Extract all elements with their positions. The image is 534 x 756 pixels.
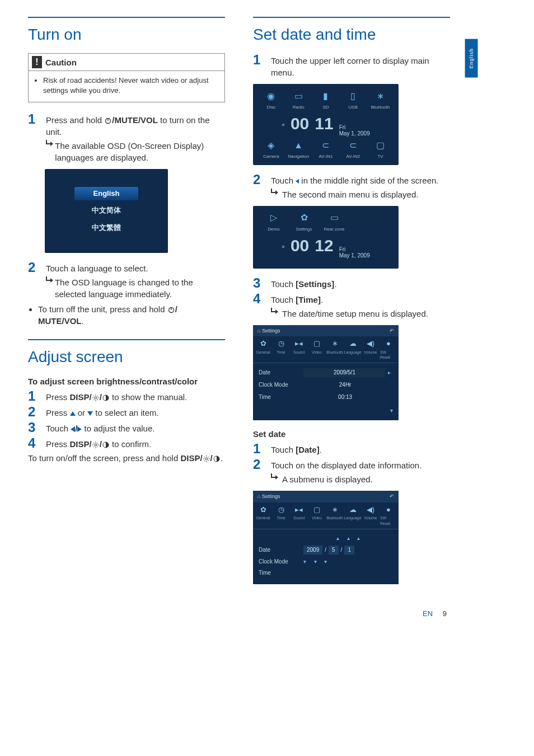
main-menu-figure-2: ▷Demo ✿Settings ▭Rear zone ° 00 12 Fri M… <box>253 206 399 269</box>
step-text: Press <box>46 392 70 402</box>
settings-row-date: Date 2009/ 5/ 1 <box>259 544 393 556</box>
svg-line-12 <box>97 396 98 397</box>
adjust-step-1: 1 Press DISP// to show the manual. <box>28 389 225 403</box>
menu-label: TV <box>377 153 383 159</box>
temp-indicator: ° <box>282 243 285 255</box>
menu-label: Settings <box>296 226 312 232</box>
caution-icon: ! <box>32 56 42 68</box>
adjust-tail: To turn on/off the screen, press and hol… <box>28 452 225 464</box>
svg-line-30 <box>208 460 209 461</box>
tab-reset: ●SW Reset <box>380 339 397 360</box>
svg-line-21 <box>93 446 95 447</box>
datetime-step-3: 3 Touch [Settings]. <box>253 276 450 290</box>
settings-row-clockmode: Clock Mode 24Hr <box>259 379 393 391</box>
menu-item: ∗Bluetooth <box>368 90 394 110</box>
step-text: to confirm. <box>110 439 151 449</box>
menu-item: ⊂AV-IN1 <box>313 139 339 159</box>
step-number: 2 <box>253 173 264 200</box>
menu-label: Rear zone <box>324 226 345 232</box>
step-text: Touch <box>271 279 296 289</box>
tab-label: Language <box>344 350 361 355</box>
step-number: 4 <box>253 292 264 320</box>
step-text-bold: /MUTE/VOL <box>112 115 158 125</box>
step-text: Touch a language to select. <box>46 264 148 273</box>
tab-time: ◷Time <box>273 505 289 527</box>
brightness-icon <box>92 395 99 401</box>
tab-general: ✿General <box>255 339 271 360</box>
svg-line-9 <box>93 396 95 397</box>
svg-line-11 <box>93 399 95 400</box>
sound-icon: ▸◂ <box>295 339 303 349</box>
result-arrow-icon <box>271 308 278 314</box>
down-arrow-icon <box>87 411 93 416</box>
step-text: . <box>334 279 336 289</box>
step-text: . <box>321 295 323 304</box>
clock-date: May 1, 2009 <box>339 130 370 137</box>
right-arrow-icon: ▸ <box>386 369 393 377</box>
clock-icon: ◷ <box>278 505 284 515</box>
tail-text: . <box>221 453 223 463</box>
tab-video: ▢Video <box>308 339 325 360</box>
menu-label: Radio <box>293 104 305 110</box>
clock-display: ° 00 11 Fri May 1, 2009 <box>257 111 394 138</box>
settings-row-time: Time 00:13 <box>259 391 393 403</box>
step-text: Touch the upper left corner to display m… <box>271 56 429 77</box>
step-text: Press <box>46 439 70 449</box>
step-text: to select an item. <box>93 408 159 417</box>
svg-line-29 <box>204 457 205 458</box>
row-label: Time <box>259 569 303 577</box>
main-menu-figure-1: ◉Disc ▭Radio ▮SD ▯USB ∗Bluetooth ° 00 11… <box>253 84 399 165</box>
caution-body: Risk of road accidents! Never watch vide… <box>29 71 224 101</box>
step-text-bold: [Time] <box>296 295 321 304</box>
step-number: 4 <box>28 436 39 450</box>
result-arrow-icon <box>46 140 50 147</box>
tab-language: ☁Language <box>344 339 361 360</box>
tab-volume: ◀)Volume <box>362 505 379 527</box>
caution-label: Caution <box>45 57 77 68</box>
bluetooth-icon: ∗ <box>332 505 338 515</box>
section-set-date-time: Set date and time <box>253 17 450 45</box>
power-icon <box>168 307 175 313</box>
step-text: Touch <box>271 295 296 304</box>
result-arrow-icon <box>46 276 50 283</box>
step-text-bold: [Settings] <box>296 279 334 289</box>
tab-label: SW Reset <box>380 515 397 527</box>
adjust-subhead: To adjust screen brightness/contrast/col… <box>28 375 225 387</box>
gear-icon: ✿ <box>260 505 266 515</box>
adjust-step-4: 4 Press DISP// to confirm. <box>28 436 225 450</box>
step-number: 2 <box>28 405 39 419</box>
bluetooth-icon: ∗ <box>332 339 338 349</box>
clock-minutes: 12 <box>315 234 333 257</box>
lang-icon: ☁ <box>349 505 357 515</box>
svg-point-14 <box>95 444 97 446</box>
date-year: 2009 <box>303 546 322 555</box>
svg-point-24 <box>205 458 208 460</box>
clock-minutes: 11 <box>315 112 333 135</box>
temp-indicator: ° <box>282 121 285 133</box>
lang-option-selected: English <box>74 187 139 200</box>
usb-icon: ▯ <box>346 90 360 103</box>
step-number: 1 <box>28 112 39 163</box>
turn-on-step-2: 2 Touch a language to select. The OSD la… <box>28 261 225 300</box>
video-icon: ▢ <box>313 339 320 349</box>
power-icon <box>105 118 111 124</box>
step-number: 2 <box>28 261 39 300</box>
date-spinner-up: ▴ ▴ ▴ <box>336 534 360 542</box>
caution-box: ! Caution Risk of road accidents! Never … <box>28 53 225 102</box>
step-text-bold: DISP/ <box>70 439 92 449</box>
svg-line-32 <box>208 457 209 458</box>
clock-icon: ◷ <box>278 339 284 349</box>
contrast-icon <box>102 395 109 401</box>
menu-item: ▮SD <box>313 90 339 110</box>
step-number: 3 <box>28 421 39 434</box>
row-label: Date <box>259 369 303 377</box>
brightness-icon <box>92 442 99 448</box>
tab-time: ◷Time <box>273 339 289 360</box>
row-label: Clock Mode <box>259 381 303 389</box>
step-number: 2 <box>253 458 264 485</box>
settings-time-figure: ⌂ Settings ↶ ✿General ◷Time ▸◂Sound ▢Vid… <box>253 325 399 420</box>
step-text: to show the manual. <box>110 392 187 402</box>
svg-line-20 <box>97 446 98 447</box>
tab-language: ☁Language <box>344 505 361 527</box>
date-spinner-down: ▾ ▾ ▾ <box>303 558 327 566</box>
